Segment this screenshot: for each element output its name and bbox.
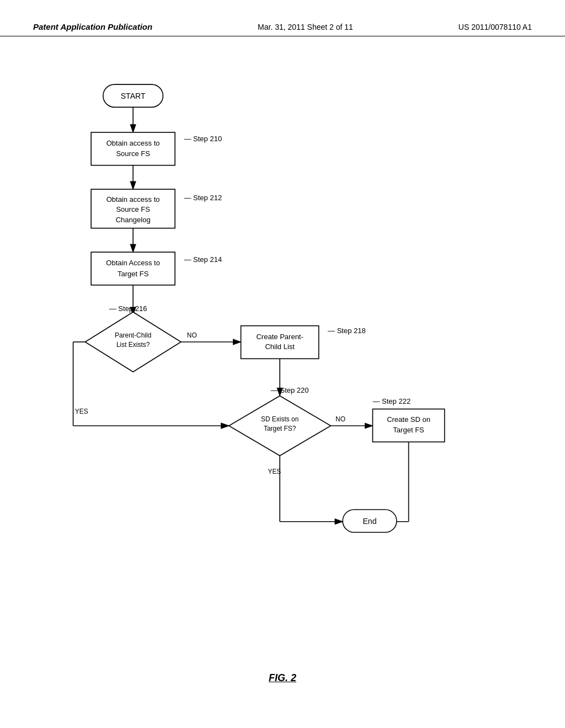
svg-text:Obtain access to: Obtain access to <box>106 195 160 204</box>
svg-text:NO: NO <box>335 415 345 423</box>
svg-text:Child List: Child List <box>265 342 295 351</box>
svg-text:Target FS?: Target FS? <box>264 425 296 432</box>
svg-rect-3 <box>91 132 175 165</box>
svg-text:— Step 220: — Step 220 <box>271 386 309 394</box>
svg-text:YES: YES <box>75 408 88 415</box>
svg-text:End: End <box>363 517 376 526</box>
svg-text:Create SD on: Create SD on <box>387 415 430 424</box>
svg-text:Source FS: Source FS <box>116 149 150 158</box>
page-header: Patent Application Publication Mar. 31, … <box>0 0 565 36</box>
svg-text:YES: YES <box>268 468 281 475</box>
svg-text:— Step 212: — Step 212 <box>184 194 222 202</box>
svg-text:Source FS: Source FS <box>116 205 150 213</box>
svg-text:Obtain Access to: Obtain Access to <box>106 259 160 267</box>
svg-text:SD Exists on: SD Exists on <box>261 415 299 423</box>
svg-text:NO: NO <box>187 331 197 339</box>
svg-text:— Step 214: — Step 214 <box>184 255 222 264</box>
publication-date-sheet: Mar. 31, 2011 Sheet 2 of 11 <box>258 23 353 31</box>
svg-text:Changelog: Changelog <box>116 216 151 224</box>
svg-text:— Step 216: — Step 216 <box>109 304 147 313</box>
svg-text:Parent-Child: Parent-Child <box>115 331 151 339</box>
svg-text:Target FS: Target FS <box>118 270 149 278</box>
svg-text:— Step 218: — Step 218 <box>328 326 366 335</box>
page: Patent Application Publication Mar. 31, … <box>0 0 565 728</box>
start-label: START <box>121 92 146 100</box>
publication-title: Patent Application Publication <box>33 22 152 31</box>
svg-text:— Step 210: — Step 210 <box>184 135 222 143</box>
svg-rect-14 <box>91 252 175 285</box>
flowchart-container: START Obtain access to Source FS — Step … <box>55 72 475 612</box>
figure-caption: FIG. 2 <box>269 672 296 684</box>
svg-text:Obtain access to: Obtain access to <box>106 139 160 147</box>
svg-text:— Step 222: — Step 222 <box>372 397 411 405</box>
flowchart-svg: START Obtain access to Source FS — Step … <box>55 72 475 612</box>
publication-number: US 2011/0078110 A1 <box>459 23 532 31</box>
svg-text:Target FS: Target FS <box>393 426 424 434</box>
svg-text:Create Parent-: Create Parent- <box>256 333 303 341</box>
svg-text:List Exists?: List Exists? <box>116 341 150 349</box>
